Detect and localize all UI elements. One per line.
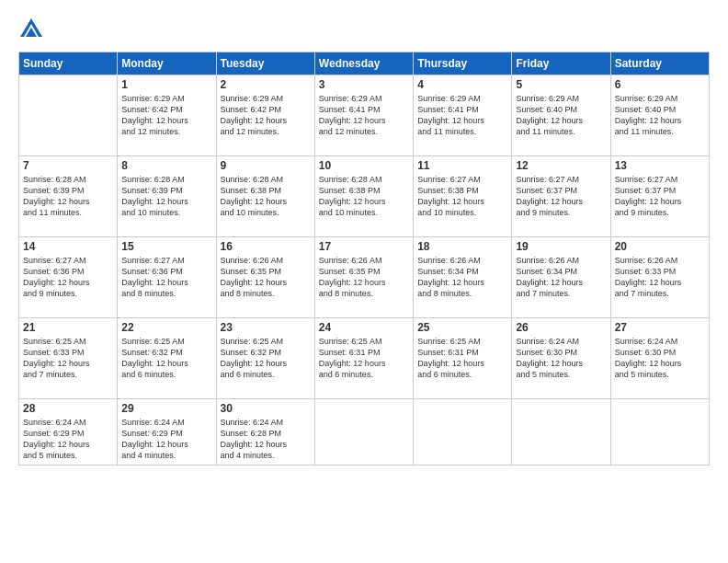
day-info: Sunrise: 6:24 AM Sunset: 6:30 PM Dayligh… — [516, 336, 606, 381]
day-info: Sunrise: 6:29 AM Sunset: 6:40 PM Dayligh… — [516, 93, 606, 138]
day-cell-28: 28Sunrise: 6:24 AM Sunset: 6:29 PM Dayli… — [19, 399, 118, 465]
day-cell-24: 24Sunrise: 6:25 AM Sunset: 6:31 PM Dayli… — [314, 318, 413, 399]
day-number: 21 — [23, 321, 113, 334]
day-info: Sunrise: 6:28 AM Sunset: 6:38 PM Dayligh… — [221, 174, 311, 219]
col-header-thursday: Thursday — [414, 52, 512, 75]
empty-cell — [314, 399, 413, 465]
day-cell-18: 18Sunrise: 6:26 AM Sunset: 6:34 PM Dayli… — [414, 237, 512, 318]
col-header-sunday: Sunday — [19, 52, 118, 75]
day-cell-5: 5Sunrise: 6:29 AM Sunset: 6:40 PM Daylig… — [512, 75, 610, 156]
day-info: Sunrise: 6:29 AM Sunset: 6:42 PM Dayligh… — [121, 93, 211, 138]
day-cell-29: 29Sunrise: 6:24 AM Sunset: 6:29 PM Dayli… — [118, 399, 216, 465]
day-info: Sunrise: 6:27 AM Sunset: 6:36 PM Dayligh… — [23, 255, 113, 300]
col-header-tuesday: Tuesday — [216, 52, 314, 75]
day-info: Sunrise: 6:26 AM Sunset: 6:33 PM Dayligh… — [615, 255, 705, 300]
day-info: Sunrise: 6:24 AM Sunset: 6:28 PM Dayligh… — [221, 417, 311, 462]
day-number: 3 — [319, 78, 409, 91]
day-number: 30 — [221, 402, 311, 415]
day-info: Sunrise: 6:27 AM Sunset: 6:36 PM Dayligh… — [121, 255, 211, 300]
empty-cell — [414, 399, 512, 465]
header — [18, 17, 710, 42]
week-row-1: 1Sunrise: 6:29 AM Sunset: 6:42 PM Daylig… — [19, 75, 710, 156]
day-cell-25: 25Sunrise: 6:25 AM Sunset: 6:31 PM Dayli… — [414, 318, 512, 399]
day-number: 11 — [417, 159, 507, 172]
day-number: 2 — [221, 78, 311, 91]
day-cell-26: 26Sunrise: 6:24 AM Sunset: 6:30 PM Dayli… — [512, 318, 610, 399]
logo — [18, 17, 48, 42]
day-number: 13 — [615, 159, 705, 172]
day-number: 16 — [221, 240, 311, 253]
day-cell-22: 22Sunrise: 6:25 AM Sunset: 6:32 PM Dayli… — [118, 318, 216, 399]
day-cell-8: 8Sunrise: 6:28 AM Sunset: 6:39 PM Daylig… — [118, 156, 216, 237]
day-info: Sunrise: 6:26 AM Sunset: 6:34 PM Dayligh… — [417, 255, 507, 300]
day-cell-3: 3Sunrise: 6:29 AM Sunset: 6:41 PM Daylig… — [314, 75, 413, 156]
day-cell-4: 4Sunrise: 6:29 AM Sunset: 6:41 PM Daylig… — [414, 75, 512, 156]
day-info: Sunrise: 6:25 AM Sunset: 6:32 PM Dayligh… — [121, 336, 211, 381]
day-number: 28 — [23, 402, 113, 415]
week-row-2: 7Sunrise: 6:28 AM Sunset: 6:39 PM Daylig… — [19, 156, 710, 237]
day-cell-10: 10Sunrise: 6:28 AM Sunset: 6:38 PM Dayli… — [314, 156, 413, 237]
calendar-header-row: SundayMondayTuesdayWednesdayThursdayFrid… — [19, 52, 710, 75]
day-number: 25 — [417, 321, 507, 334]
calendar-table: SundayMondayTuesdayWednesdayThursdayFrid… — [18, 52, 710, 465]
day-cell-15: 15Sunrise: 6:27 AM Sunset: 6:36 PM Dayli… — [118, 237, 216, 318]
day-info: Sunrise: 6:28 AM Sunset: 6:39 PM Dayligh… — [121, 174, 211, 219]
day-number: 7 — [23, 159, 113, 172]
day-info: Sunrise: 6:27 AM Sunset: 6:37 PM Dayligh… — [615, 174, 705, 219]
day-cell-7: 7Sunrise: 6:28 AM Sunset: 6:39 PM Daylig… — [19, 156, 118, 237]
week-row-3: 14Sunrise: 6:27 AM Sunset: 6:36 PM Dayli… — [19, 237, 710, 318]
day-number: 19 — [516, 240, 606, 253]
day-number: 6 — [615, 78, 705, 91]
day-number: 23 — [221, 321, 311, 334]
day-cell-14: 14Sunrise: 6:27 AM Sunset: 6:36 PM Dayli… — [19, 237, 118, 318]
day-cell-21: 21Sunrise: 6:25 AM Sunset: 6:33 PM Dayli… — [19, 318, 118, 399]
day-number: 29 — [121, 402, 211, 415]
day-number: 24 — [319, 321, 409, 334]
day-cell-12: 12Sunrise: 6:27 AM Sunset: 6:37 PM Dayli… — [512, 156, 610, 237]
day-number: 27 — [615, 321, 705, 334]
day-number: 17 — [319, 240, 409, 253]
day-number: 5 — [516, 78, 606, 91]
empty-cell — [19, 75, 118, 156]
day-cell-1: 1Sunrise: 6:29 AM Sunset: 6:42 PM Daylig… — [118, 75, 216, 156]
day-number: 9 — [221, 159, 311, 172]
day-number: 15 — [121, 240, 211, 253]
col-header-wednesday: Wednesday — [314, 52, 413, 75]
day-info: Sunrise: 6:29 AM Sunset: 6:40 PM Dayligh… — [615, 93, 705, 138]
day-cell-16: 16Sunrise: 6:26 AM Sunset: 6:35 PM Dayli… — [216, 237, 314, 318]
day-cell-27: 27Sunrise: 6:24 AM Sunset: 6:30 PM Dayli… — [610, 318, 709, 399]
day-info: Sunrise: 6:24 AM Sunset: 6:29 PM Dayligh… — [23, 417, 113, 462]
col-header-saturday: Saturday — [610, 52, 709, 75]
week-row-5: 28Sunrise: 6:24 AM Sunset: 6:29 PM Dayli… — [19, 399, 710, 465]
day-cell-19: 19Sunrise: 6:26 AM Sunset: 6:34 PM Dayli… — [512, 237, 610, 318]
day-cell-2: 2Sunrise: 6:29 AM Sunset: 6:42 PM Daylig… — [216, 75, 314, 156]
day-number: 10 — [319, 159, 409, 172]
day-info: Sunrise: 6:29 AM Sunset: 6:41 PM Dayligh… — [417, 93, 507, 138]
day-info: Sunrise: 6:26 AM Sunset: 6:35 PM Dayligh… — [319, 255, 409, 300]
logo-icon — [18, 17, 44, 42]
day-info: Sunrise: 6:27 AM Sunset: 6:38 PM Dayligh… — [417, 174, 507, 219]
day-info: Sunrise: 6:25 AM Sunset: 6:31 PM Dayligh… — [319, 336, 409, 381]
day-cell-30: 30Sunrise: 6:24 AM Sunset: 6:28 PM Dayli… — [216, 399, 314, 465]
week-row-4: 21Sunrise: 6:25 AM Sunset: 6:33 PM Dayli… — [19, 318, 710, 399]
day-info: Sunrise: 6:29 AM Sunset: 6:42 PM Dayligh… — [221, 93, 311, 138]
day-info: Sunrise: 6:26 AM Sunset: 6:35 PM Dayligh… — [221, 255, 311, 300]
day-number: 18 — [417, 240, 507, 253]
day-info: Sunrise: 6:24 AM Sunset: 6:30 PM Dayligh… — [615, 336, 705, 381]
day-number: 20 — [615, 240, 705, 253]
day-number: 8 — [121, 159, 211, 172]
col-header-monday: Monday — [118, 52, 216, 75]
day-info: Sunrise: 6:28 AM Sunset: 6:38 PM Dayligh… — [319, 174, 409, 219]
day-number: 12 — [516, 159, 606, 172]
day-info: Sunrise: 6:25 AM Sunset: 6:33 PM Dayligh… — [23, 336, 113, 381]
empty-cell — [512, 399, 610, 465]
day-info: Sunrise: 6:24 AM Sunset: 6:29 PM Dayligh… — [121, 417, 211, 462]
day-cell-9: 9Sunrise: 6:28 AM Sunset: 6:38 PM Daylig… — [216, 156, 314, 237]
day-number: 4 — [417, 78, 507, 91]
page: SundayMondayTuesdayWednesdayThursdayFrid… — [0, 0, 728, 563]
day-cell-23: 23Sunrise: 6:25 AM Sunset: 6:32 PM Dayli… — [216, 318, 314, 399]
day-number: 1 — [121, 78, 211, 91]
day-cell-11: 11Sunrise: 6:27 AM Sunset: 6:38 PM Dayli… — [414, 156, 512, 237]
day-cell-20: 20Sunrise: 6:26 AM Sunset: 6:33 PM Dayli… — [610, 237, 709, 318]
day-cell-13: 13Sunrise: 6:27 AM Sunset: 6:37 PM Dayli… — [610, 156, 709, 237]
